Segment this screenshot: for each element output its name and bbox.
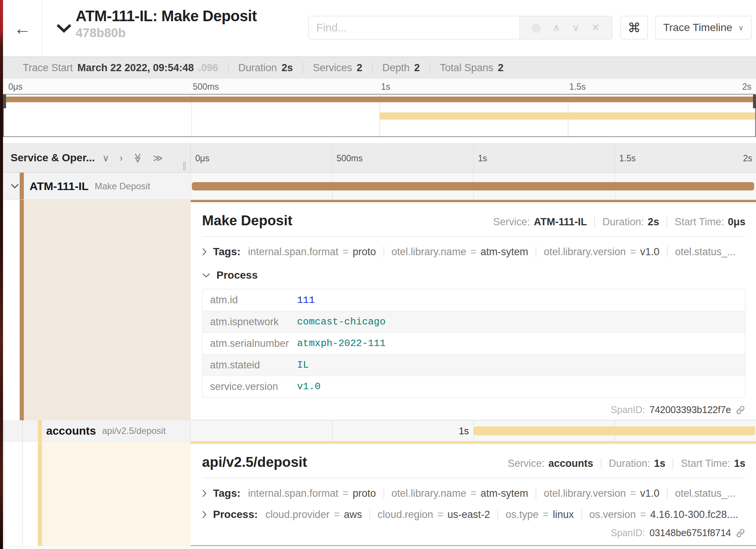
kv-value: comcast-chicago bbox=[297, 316, 386, 328]
collapse-all-icon[interactable]: ≫ bbox=[133, 153, 143, 163]
tag-item: otel.library.version = v1.0 bbox=[544, 246, 660, 258]
trace-view-selector[interactable]: Trace Timeline ∨ bbox=[655, 16, 751, 39]
tag-item: otel.library.name = atm-sytem bbox=[392, 488, 528, 499]
span-detail-header[interactable]: Make Deposit Service: ATM-111-IL Duratio… bbox=[202, 213, 745, 229]
kv-value: 111 bbox=[297, 295, 315, 306]
bottom-strip bbox=[3, 546, 756, 549]
span-id-label: SpanID: bbox=[611, 527, 645, 538]
span-detail-row-accounts: api/v2.5/deposit Service: accounts Durat… bbox=[3, 441, 756, 546]
trace-header: ← ATM-111-IL: Make Deposit 478b80b ◎ ∧ ∨… bbox=[3, 0, 756, 57]
minimap-tick: 500ms bbox=[193, 82, 219, 92]
span-name-cell-accounts[interactable]: accounts api/v2.5/deposit bbox=[3, 420, 191, 441]
minimap-canvas[interactable] bbox=[3, 94, 756, 137]
tags-toggle[interactable] bbox=[202, 248, 207, 256]
expand-one-icon[interactable]: › bbox=[120, 153, 123, 163]
table-row: atm.serialnumber atmxph-2022-111 bbox=[202, 332, 745, 354]
timeline-gridline bbox=[332, 143, 333, 172]
tags-summary-row: Tags: internal.span.format = proto otel.… bbox=[202, 487, 745, 499]
collapse-one-icon[interactable]: ∨ bbox=[103, 153, 109, 163]
process-label: Process bbox=[216, 269, 258, 281]
span-service-name: ATM-111-IL bbox=[30, 180, 89, 193]
clear-search-icon[interactable]: ✕ bbox=[591, 23, 600, 33]
prev-match-icon[interactable]: ∧ bbox=[552, 23, 560, 33]
tag-key: internal.span.format bbox=[248, 488, 339, 499]
start-time-value: 1s bbox=[734, 458, 745, 469]
process-label: Process: bbox=[213, 508, 258, 521]
span-operation-name: Make Deposit bbox=[95, 181, 150, 192]
copy-link-icon[interactable] bbox=[736, 405, 745, 415]
find-group: ◎ ∧ ∨ ✕ bbox=[308, 16, 612, 39]
indent-guide bbox=[4, 441, 5, 546]
table-row: service.version v1.0 bbox=[202, 376, 745, 397]
jaeger-trace-timeline-page: ← ATM-111-IL: Make Deposit 478b80b ◎ ∧ ∨… bbox=[0, 0, 756, 549]
table-row: atm.stateid IL bbox=[202, 354, 745, 376]
span-name-cell-atm[interactable]: ATM-111-IL Make Deposit bbox=[3, 173, 191, 200]
tag-key: os.version bbox=[590, 509, 636, 521]
process-tag-item: cloud.region = us-east-2 bbox=[378, 509, 490, 521]
copy-link-icon[interactable] bbox=[736, 528, 745, 538]
separator bbox=[384, 246, 384, 257]
separator bbox=[667, 246, 667, 257]
duration-value: 1s bbox=[654, 458, 665, 469]
span-service-name: accounts bbox=[46, 424, 96, 437]
tag-item-truncated: otel.status_... bbox=[675, 488, 736, 499]
total-spans-value: 2 bbox=[498, 62, 504, 74]
timeline-gridline bbox=[473, 143, 474, 172]
span-detail-panel-atm: Make Deposit Service: ATM-111-IL Duratio… bbox=[191, 200, 756, 420]
expand-all-icon[interactable]: ≫ bbox=[153, 153, 163, 163]
tag-value: atm-sytem bbox=[481, 246, 528, 258]
process-toggle[interactable] bbox=[202, 510, 207, 519]
tags-toggle[interactable] bbox=[202, 489, 207, 498]
tags-summary-row: Tags: internal.span.format = proto otel.… bbox=[202, 246, 745, 258]
duration-label: Duration: bbox=[609, 458, 650, 469]
trace-start-label: Trace Start bbox=[23, 62, 73, 74]
keyboard-shortcuts-button[interactable]: ⌘ bbox=[621, 16, 648, 39]
timeline-tick: 2s bbox=[743, 153, 752, 164]
span-track-atm bbox=[191, 173, 756, 200]
span-id-value: 742003393b122f7e bbox=[649, 404, 731, 415]
next-match-icon[interactable]: ∨ bbox=[572, 23, 580, 33]
timeline-tick: 1.5s bbox=[619, 153, 636, 164]
trace-collapse-toggle[interactable] bbox=[56, 23, 72, 33]
equals-sign: = bbox=[437, 509, 443, 521]
span-duration-label: 1s bbox=[459, 425, 469, 436]
span-color-indicator bbox=[20, 173, 24, 200]
process-tag-item: os.type = linux bbox=[506, 509, 574, 521]
column-resizer-handle[interactable]: ∥ bbox=[182, 161, 187, 171]
separator bbox=[601, 459, 601, 469]
span-track-accounts: 1s bbox=[191, 420, 756, 441]
process-toggle[interactable] bbox=[202, 273, 210, 278]
service-value: ATM-111-IL bbox=[534, 216, 587, 228]
equals-sign: = bbox=[470, 246, 476, 258]
span-color-indicator bbox=[38, 441, 42, 546]
page-title: ATM-111-IL: Make Deposit bbox=[76, 7, 257, 25]
span-detail-panel-accounts: api/v2.5/deposit Service: accounts Durat… bbox=[191, 441, 756, 546]
span-detail-header[interactable]: api/v2.5/deposit Service: accounts Durat… bbox=[202, 454, 745, 470]
minimap-tick: 1.5s bbox=[569, 82, 586, 92]
process-section-header: Process bbox=[202, 269, 745, 281]
locate-icon[interactable]: ◎ bbox=[532, 23, 541, 33]
find-input[interactable] bbox=[309, 16, 520, 39]
start-time-value: 0μs bbox=[728, 216, 745, 228]
span-operation-name: api/v2.5/deposit bbox=[102, 426, 166, 436]
back-arrow-icon[interactable]: ← bbox=[14, 20, 31, 37]
tag-value: aws bbox=[344, 509, 362, 521]
tag-key: cloud.provider bbox=[265, 509, 330, 521]
span-id-row: SpanID: 03148be6751f8714 bbox=[202, 527, 745, 538]
tag-item: internal.span.format = proto bbox=[248, 488, 376, 499]
span-collapse-chevron[interactable] bbox=[11, 184, 19, 189]
depth-value: 2 bbox=[414, 62, 420, 74]
back-button[interactable]: ← bbox=[3, 0, 42, 56]
kv-value: IL bbox=[297, 359, 309, 371]
tag-key: otel.library.version bbox=[544, 246, 626, 258]
span-bar-accounts[interactable] bbox=[474, 426, 755, 435]
total-spans-item: Total Spans 2 bbox=[430, 62, 513, 74]
minimap-drag-handle-left[interactable] bbox=[3, 95, 6, 108]
tag-value: proto bbox=[353, 246, 376, 258]
depth-item: Depth 2 bbox=[372, 62, 430, 74]
tag-key: cloud.region bbox=[378, 509, 433, 521]
span-bar-atm[interactable] bbox=[192, 182, 754, 190]
tag-value: v1.0 bbox=[640, 246, 660, 258]
minimap-drag-handle-right[interactable] bbox=[753, 95, 756, 108]
tag-key: otel.status_... bbox=[675, 488, 736, 499]
